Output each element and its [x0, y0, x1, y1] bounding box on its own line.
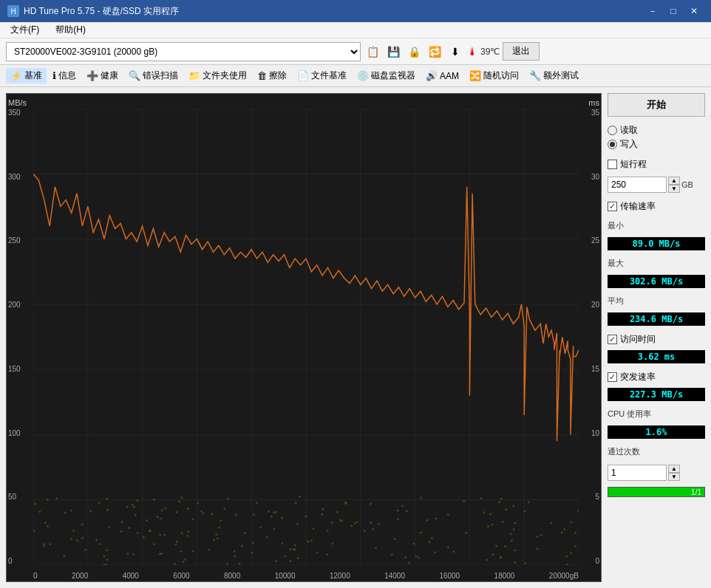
burst-rate-checkbox[interactable]: 突发速率: [608, 371, 705, 383]
tab-file-benchmark[interactable]: 📄 文件基准: [293, 68, 351, 83]
tab-health[interactable]: ➕ 健康: [82, 68, 123, 83]
svg-point-101: [213, 539, 215, 541]
health-icon: ➕: [86, 70, 98, 81]
svg-point-61: [491, 524, 493, 526]
short-stroke-spinners: ▲ ▼: [668, 177, 680, 193]
start-button[interactable]: 开始: [608, 93, 705, 117]
svg-point-111: [281, 517, 283, 519]
tab-info[interactable]: ℹ 信息: [48, 68, 81, 83]
svg-point-188: [500, 498, 503, 500]
svg-point-201: [70, 510, 72, 512]
svg-point-131: [211, 513, 214, 515]
svg-point-142: [397, 510, 399, 512]
short-stroke-box: [608, 160, 617, 169]
svg-point-23: [420, 496, 422, 499]
window-controls: － □ ✕: [643, 4, 704, 18]
tab-aam[interactable]: 🔊 AAM: [421, 69, 463, 83]
radio-write-circle: [608, 140, 617, 149]
tab-benchmark[interactable]: ⚡ 基准: [6, 68, 47, 83]
svg-point-146: [289, 548, 291, 550]
svg-point-160: [251, 552, 254, 554]
svg-point-53: [253, 513, 255, 516]
radio-read[interactable]: 读取: [608, 124, 705, 137]
svg-point-144: [34, 503, 36, 505]
disk-selector[interactable]: ST20000VE002-3G9101 (20000 gB): [6, 42, 361, 61]
tab-folder-usage[interactable]: 📁 文件夹使用: [184, 68, 251, 83]
svg-point-103: [331, 542, 333, 544]
tab-random-access[interactable]: 🔀 随机访问: [465, 68, 523, 83]
access-time-value: 3.62 ms: [608, 350, 705, 363]
access-time-checkbox[interactable]: 访问时间: [608, 333, 705, 346]
svg-point-182: [397, 519, 399, 521]
tab-disk-monitor[interactable]: 💿 磁盘监视器: [353, 68, 420, 83]
chart-svg: [33, 109, 579, 565]
svg-point-109: [540, 534, 542, 536]
svg-point-157: [415, 555, 418, 558]
chart-canvas: [33, 109, 579, 565]
passes-up[interactable]: ▲: [668, 465, 680, 473]
svg-point-114: [137, 532, 139, 534]
svg-point-207: [310, 539, 313, 541]
passes-input[interactable]: [608, 465, 667, 481]
svg-point-194: [121, 521, 123, 523]
passes-down[interactable]: ▼: [668, 473, 680, 481]
toolbar-icon-4[interactable]: 🔁: [426, 43, 443, 61]
tab-error-scan[interactable]: 🔍 错误扫描: [124, 68, 183, 83]
svg-point-110: [191, 519, 194, 521]
toolbar-icon-2[interactable]: 💾: [384, 43, 402, 61]
svg-point-135: [184, 558, 186, 561]
menu-help[interactable]: 帮助(H): [51, 22, 90, 38]
tab-monitor-label: 磁盘监视器: [371, 69, 415, 82]
svg-point-104: [239, 563, 241, 565]
svg-point-60: [234, 555, 236, 558]
svg-point-195: [571, 522, 573, 524]
maximize-button[interactable]: □: [664, 4, 683, 18]
svg-point-73: [192, 550, 194, 552]
svg-point-85: [336, 511, 339, 513]
svg-point-125: [420, 532, 422, 534]
svg-point-124: [434, 551, 436, 553]
svg-point-88: [157, 516, 159, 518]
tab-health-label: 健康: [101, 69, 118, 82]
transfer-rate-checkbox[interactable]: 传输速率: [608, 200, 705, 213]
tab-erase[interactable]: 🗑 擦除: [253, 68, 291, 83]
exit-button[interactable]: 退出: [503, 42, 540, 61]
svg-point-31: [435, 517, 437, 519]
short-stroke-down[interactable]: ▼: [668, 185, 680, 193]
short-stroke-input-row: ▲ ▼ GB: [608, 177, 705, 193]
svg-point-39: [299, 496, 301, 498]
toolbar-icon-3[interactable]: 🔒: [405, 43, 423, 61]
short-stroke-input[interactable]: [608, 177, 667, 193]
burst-rate-value: 227.3 MB/s: [608, 388, 705, 401]
svg-point-48: [215, 533, 217, 536]
menu-file[interactable]: 文件(F): [6, 22, 44, 38]
svg-point-163: [447, 546, 449, 548]
svg-point-151: [275, 510, 277, 513]
file-icon: 📄: [297, 70, 309, 81]
svg-point-62: [161, 509, 163, 511]
svg-point-122: [452, 550, 455, 553]
min-label: 最小: [608, 220, 705, 231]
svg-point-90: [574, 532, 576, 534]
tab-extra-label: 额外测试: [543, 69, 579, 82]
svg-point-55: [99, 543, 101, 545]
minimize-button[interactable]: －: [643, 4, 662, 18]
short-stroke-up[interactable]: ▲: [668, 177, 680, 185]
svg-point-180: [489, 513, 491, 515]
svg-point-50: [563, 528, 565, 530]
close-button[interactable]: ✕: [684, 4, 704, 18]
svg-point-218: [106, 549, 108, 551]
short-stroke-checkbox[interactable]: 短行程: [608, 158, 705, 171]
svg-point-203: [321, 513, 323, 516]
toolbar-icon-1[interactable]: 📋: [364, 43, 381, 61]
svg-point-217: [259, 526, 262, 528]
benchmark-icon: ⚡: [10, 70, 22, 81]
app-icon: H: [7, 5, 19, 17]
radio-write[interactable]: 写入: [608, 138, 705, 151]
toolbar-icon-5[interactable]: ⬇: [446, 43, 464, 61]
svg-point-199: [577, 510, 579, 512]
svg-point-70: [182, 561, 184, 563]
tab-extra-tests[interactable]: 🔧 额外测试: [525, 68, 583, 83]
svg-point-173: [149, 530, 152, 532]
main-area: MB/s ms 350 300 250 200 150 100 50 0 35 …: [0, 87, 711, 588]
